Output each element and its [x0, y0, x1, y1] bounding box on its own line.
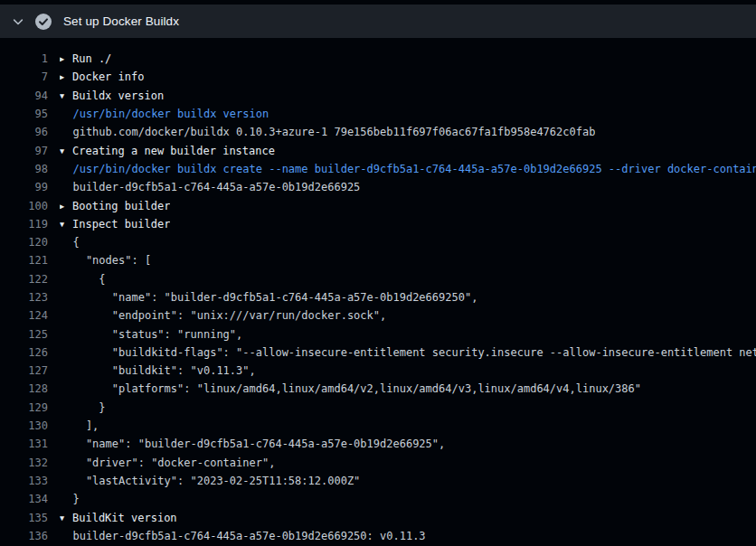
log-line: 123 "name": "builder-d9cfb5a1-c764-445a-…	[0, 288, 756, 306]
line-number[interactable]: 7	[0, 71, 48, 83]
log-line: 133 "lastActivity": "2023-02-25T11:58:12…	[0, 472, 756, 490]
group-title-label: BuildKit version	[72, 512, 177, 524]
log-group-title[interactable]: ▶Booting builder	[60, 200, 170, 212]
triangle-down-icon: ▼	[60, 91, 72, 100]
log-output-text: "name": "builder-d9cfb5a1-c764-445a-a57e…	[60, 291, 477, 304]
log-line: 131 "name": "builder-d9cfb5a1-c764-445a-…	[0, 435, 756, 453]
log-line[interactable]: 7▶Docker info	[0, 68, 756, 86]
log-line: 95 /usr/bin/docker buildx version	[0, 105, 756, 123]
triangle-right-icon: ▶	[60, 54, 72, 63]
line-number[interactable]: 124	[0, 309, 48, 322]
log-line: 98 /usr/bin/docker buildx create --name …	[0, 160, 756, 178]
line-number[interactable]: 94	[0, 89, 48, 102]
triangle-right-icon: ▶	[60, 72, 72, 81]
log-output-text: builder-d9cfb5a1-c764-445a-a57e-0b19d2e6…	[60, 530, 426, 542]
line-number[interactable]: 128	[0, 382, 48, 395]
log-output-text: github.com/docker/buildx 0.10.3+azure-1 …	[60, 126, 595, 138]
line-number[interactable]: 120	[0, 236, 48, 249]
group-title-label: Booting builder	[72, 200, 170, 212]
line-number[interactable]: 132	[0, 457, 48, 469]
line-number[interactable]: 95	[0, 108, 48, 120]
log-output-text: }	[60, 493, 80, 505]
log-line: 125 "status": "running",	[0, 325, 756, 343]
log-line: 124 "endpoint": "unix:///var/run/docker.…	[0, 306, 756, 325]
log-line: 126 "buildkitd-flags": "--allow-insecure…	[0, 344, 756, 362]
log-output-text: "platforms": "linux/amd64,linux/amd64/v2…	[60, 382, 641, 395]
line-number[interactable]: 129	[0, 401, 48, 414]
log-line: 96 github.com/docker/buildx 0.10.3+azure…	[0, 123, 756, 141]
log-line[interactable]: 135▼BuildKit version	[0, 508, 756, 526]
group-title-label: Run ./	[72, 52, 111, 65]
group-title-label: Buildx version	[72, 89, 164, 102]
line-number[interactable]: 1	[0, 52, 48, 65]
chevron-down-icon[interactable]	[11, 14, 25, 29]
log-output-text: {	[60, 236, 80, 249]
step-header[interactable]: Set up Docker Buildx	[0, 5, 756, 38]
log-line: 127 "buildkit": "v0.11.3",	[0, 362, 756, 380]
log-command-text: /usr/bin/docker buildx version	[60, 108, 269, 120]
log-line: 136 builder-d9cfb5a1-c764-445a-a57e-0b19…	[0, 527, 756, 545]
line-number[interactable]: 119	[0, 218, 48, 231]
log-output-text: builder-d9cfb5a1-c764-445a-a57e-0b19d2e6…	[60, 181, 360, 193]
line-number[interactable]: 131	[0, 438, 48, 450]
group-title-label: Creating a new builder instance	[72, 145, 275, 157]
line-number[interactable]: 127	[0, 364, 48, 377]
log-line[interactable]: 94▼Buildx version	[0, 87, 756, 105]
log-output-text: "buildkitd-flags": "--allow-insecure-ent…	[60, 346, 756, 359]
log-group-title[interactable]: ▼BuildKit version	[60, 512, 177, 524]
log-output-text: "endpoint": "unix:///var/run/docker.sock…	[60, 309, 386, 322]
line-number[interactable]: 99	[0, 181, 48, 193]
log-output-text: }	[60, 401, 106, 414]
line-number[interactable]: 121	[0, 254, 48, 267]
log-line: 134 }	[0, 490, 756, 508]
log-line: 122 {	[0, 270, 756, 288]
line-number[interactable]: 96	[0, 126, 48, 138]
log-line[interactable]: 97▼Creating a new builder instance	[0, 141, 756, 159]
log-line: 128 "platforms": "linux/amd64,linux/amd6…	[0, 380, 756, 398]
log-group-title[interactable]: ▼Buildx version	[60, 89, 164, 102]
log-line: 130 ],	[0, 417, 756, 435]
group-title-label: Inspect builder	[72, 218, 170, 231]
log-output-text: "status": "running",	[60, 328, 242, 341]
group-title-label: Docker info	[72, 71, 144, 83]
line-number[interactable]: 134	[0, 493, 48, 505]
line-number[interactable]: 123	[0, 291, 48, 304]
line-number[interactable]: 130	[0, 419, 48, 432]
log-line[interactable]: 1▶Run ./	[0, 50, 756, 68]
triangle-right-icon: ▶	[60, 202, 72, 211]
log-group-title[interactable]: ▼Creating a new builder instance	[60, 145, 275, 157]
log-line: 120 {	[0, 233, 756, 251]
log-group-title[interactable]: ▼Inspect builder	[60, 218, 170, 231]
log-line: 99 builder-d9cfb5a1-c764-445a-a57e-0b19d…	[0, 178, 756, 196]
log-group-title[interactable]: ▶Docker info	[60, 71, 144, 83]
log-line: 129 }	[0, 399, 756, 417]
line-number[interactable]: 100	[0, 200, 48, 212]
log-output-text: {	[60, 273, 106, 286]
line-number[interactable]: 98	[0, 163, 48, 175]
log-line: 121 "nodes": [	[0, 251, 756, 269]
triangle-down-icon: ▼	[60, 146, 72, 155]
log-group-title[interactable]: ▶Run ./	[60, 52, 111, 65]
step-title: Set up Docker Buildx	[63, 14, 179, 28]
log-console: 1▶Run ./7▶Docker info94▼Buildx version95…	[0, 50, 756, 545]
log-command-text: /usr/bin/docker buildx create --name bui…	[60, 163, 756, 175]
log-output-text: "driver": "docker-container",	[60, 457, 275, 469]
line-number[interactable]: 133	[0, 475, 48, 487]
line-number[interactable]: 97	[0, 145, 48, 157]
log-output-text: "nodes": [	[60, 254, 151, 267]
line-number[interactable]: 125	[0, 328, 48, 341]
triangle-down-icon: ▼	[60, 220, 72, 229]
log-line: 132 "driver": "docker-container",	[0, 454, 756, 472]
log-output-text: "lastActivity": "2023-02-25T11:58:12.000…	[60, 475, 360, 487]
line-number[interactable]: 126	[0, 346, 48, 359]
line-number[interactable]: 122	[0, 273, 48, 286]
log-line[interactable]: 100▶Booting builder	[0, 196, 756, 214]
triangle-down-icon: ▼	[60, 513, 72, 522]
log-output-text: ],	[60, 419, 99, 432]
check-circle-icon	[34, 13, 52, 31]
log-output-text: "buildkit": "v0.11.3",	[60, 364, 256, 377]
log-line[interactable]: 119▼Inspect builder	[0, 215, 756, 233]
log-output-text: "name": "builder-d9cfb5a1-c764-445a-a57e…	[60, 438, 445, 450]
line-number[interactable]: 135	[0, 512, 48, 524]
line-number[interactable]: 136	[0, 530, 48, 542]
